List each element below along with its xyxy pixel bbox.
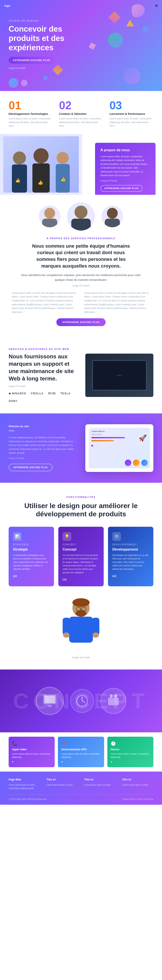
feature-title-dev: Développement — [112, 547, 149, 551]
svg-point-0 — [13, 151, 26, 164]
footer-grid: Page Web Lorem ipsum dolor sit amet, con… — [9, 778, 153, 790]
logo-sony: SONY — [9, 399, 17, 402]
info-card-phone-link[interactable]: ► — [12, 760, 52, 763]
svg-text:👍: 👍 — [38, 180, 43, 185]
about-card-btn[interactable]: APPRENDRE ENCORE PLUS — [101, 185, 143, 192]
footer-col-4: Titre ici Lorem ipsum dolor sit amet. — [122, 778, 153, 790]
hero-cta-button[interactable]: APPRENDRE ENCORE PLUS — [9, 57, 55, 64]
number-title-3: Lancement & Performance — [110, 112, 153, 116]
about-image: 👍 👍 👍 — [0, 134, 82, 195]
info-card-phone-title: Appel vidéo — [12, 748, 52, 751]
features-grid: 📊 STRATÉGIE Stratégie La planification s… — [9, 527, 153, 586]
hero-section: logo ≡ STUDIO DE DESIGN Concevoir des pr… — [0, 0, 162, 91]
footer-col-3: Titre ici Lorem ipsum dolor sit amet. — [84, 778, 116, 790]
feature-link-dev[interactable]: Lire — [112, 574, 116, 577]
feature-card-concept: 💡 CONCEPT Concept Un concept fondé sur l… — [58, 527, 104, 586]
number-1: 01 — [9, 100, 52, 111]
svg-rect-3 — [32, 163, 50, 192]
man-svg: /// — [60, 595, 102, 655]
footer: Page Web Lorem ipsum dolor sit amet, con… — [0, 772, 162, 805]
number-title-2: Création & Sélection — [59, 112, 103, 116]
feature-link-strategy[interactable]: Lire — [13, 574, 17, 577]
info-card-geo-link[interactable]: ► — [61, 760, 101, 763]
logo-tesla: TESLA — [60, 392, 71, 395]
svg-rect-19 — [63, 618, 70, 635]
logo-crolla: CROLLA — [31, 392, 44, 395]
man-img-label: Images de Freepik — [72, 656, 90, 659]
svg-rect-28 — [44, 695, 55, 703]
number-3: 03 — [110, 100, 153, 111]
svg-rect-18 — [69, 617, 93, 643]
phone-icon: 📞 — [12, 741, 52, 746]
info-card-phone: 📞 Appel vidéo Lorem ipsum dolor sit amet… — [9, 737, 55, 767]
hours-icon: 🕐 — [110, 741, 150, 746]
feature-label-strategy: STRATÉGIE — [13, 543, 50, 546]
footer-bottom: © 2024 Page Web. All Rights Reserved. Pr… — [9, 798, 153, 800]
man-concept-row: /// Images de Freepik — [9, 595, 153, 657]
hamburger-icon[interactable]: ≡ — [155, 3, 158, 8]
features-label: FONCTIONNALITÉS — [9, 496, 153, 498]
footer-col-2: Titre ici Lorem ipsum dolor sit amet. — [46, 778, 78, 790]
rd-btn[interactable]: APPRENDRE ENCORE PLUS — [9, 464, 52, 471]
laptop-screen: ● ● ● — [92, 360, 147, 390]
team-section: À PROPOS DES SERVICES PROFESSIONNELS Nou… — [0, 195, 162, 337]
team-label: À PROPOS DES SERVICES PROFESSIONNELS — [9, 237, 153, 240]
svg-rect-20 — [92, 618, 99, 635]
footer-links[interactable]: Privacy Policy | Terms of Service — [122, 798, 153, 800]
avatar-svg-2 — [69, 202, 93, 231]
ws-title: Nous fournissons aux marques un support … — [9, 353, 77, 382]
svg-rect-12 — [71, 219, 91, 231]
footer-col4-text: Lorem ipsum dolor sit amet. — [122, 783, 153, 787]
svg-point-34 — [110, 694, 113, 698]
number-desc-1: Lorem ipsum dolor sit amet, consectetur … — [9, 117, 52, 127]
svg-text:👍: 👍 — [60, 177, 66, 182]
team-avatar-3 — [102, 205, 123, 227]
about-section: 👍 👍 👍 À propos de nous Lorem ipsum dolor… — [0, 134, 162, 195]
info-card-hours-link[interactable]: ► — [110, 760, 150, 763]
team-btn[interactable]: APPRENDRE ENCORE PLUS — [57, 318, 106, 326]
concept-circle-1 — [36, 687, 64, 715]
feature-label-dev: DÉVELOPPEMENT — [112, 543, 149, 546]
info-card-geo-title: Géolocalisation GPS — [61, 748, 101, 751]
footer-col2-title: Titre ici — [46, 778, 78, 781]
team-title: Nous sommes une petite équipe d'humains … — [27, 243, 135, 269]
svg-point-35 — [114, 694, 117, 698]
strategy-icon: 📊 — [13, 532, 22, 541]
nav-bar: logo ≡ — [0, 0, 162, 11]
svg-point-11 — [74, 205, 88, 219]
info-card-geo-desc: Lorem ipsum dolor sit amet, consectetur … — [61, 752, 101, 759]
concept-section: CONCEPT — [0, 670, 162, 732]
rd-nav-dots — [91, 445, 148, 447]
svg-point-4 — [57, 152, 69, 164]
info-card-phone-desc: Lorem ipsum dolor sit amet, consectetur … — [12, 752, 52, 759]
man-image-container: /// — [60, 595, 102, 657]
svg-point-17 — [75, 610, 87, 617]
number-item-2: 02 Création & Sélection Lorem ipsum dolo… — [59, 100, 103, 127]
concept-circle-2 — [70, 689, 94, 713]
concept-circle-3 — [101, 688, 126, 714]
rd-title-sm: Refonte du site — [9, 425, 77, 428]
hero-studio-label: STUDIO DE DESIGN — [9, 19, 91, 22]
feature-title-concept: Concept — [63, 547, 99, 551]
rd-title-nm: Web — [9, 429, 77, 432]
info-card-hours-desc: Lorem ipsum dolor sit amet, consectetur … — [110, 752, 150, 759]
hero-shape-6 — [123, 67, 140, 84]
rd-circles — [125, 460, 148, 466]
dev-icon: ⚙️ — [112, 532, 121, 541]
logo: logo — [4, 4, 10, 7]
concept-content — [4, 687, 158, 715]
feature-link-concept[interactable]: Lire — [63, 578, 66, 581]
footer-col2-text: Lorem ipsum dolor sit amet. — [46, 783, 78, 787]
hero-shape-4 — [108, 32, 123, 48]
footer-col4-title: Titre ici — [122, 778, 153, 781]
info-card-hours-title: Heures — [110, 748, 150, 751]
svg-rect-33 — [108, 698, 119, 705]
svg-rect-10 — [42, 219, 57, 227]
hero-shape-2 — [109, 11, 121, 24]
ws-label: SERVICES D'ASSISTANCE DU SITE WEB — [9, 348, 77, 350]
ws-logos: ◆ BINANCE CROLLA ∃V∃Λ TESLA SONY — [9, 392, 77, 402]
rd-rocket: 🚀 — [139, 434, 147, 442]
footer-col1-text: Lorem ipsum dolor sit amet, consectetur … — [9, 783, 40, 790]
hero-bottom-shapes — [9, 78, 27, 88]
svg-point-2 — [33, 148, 49, 163]
